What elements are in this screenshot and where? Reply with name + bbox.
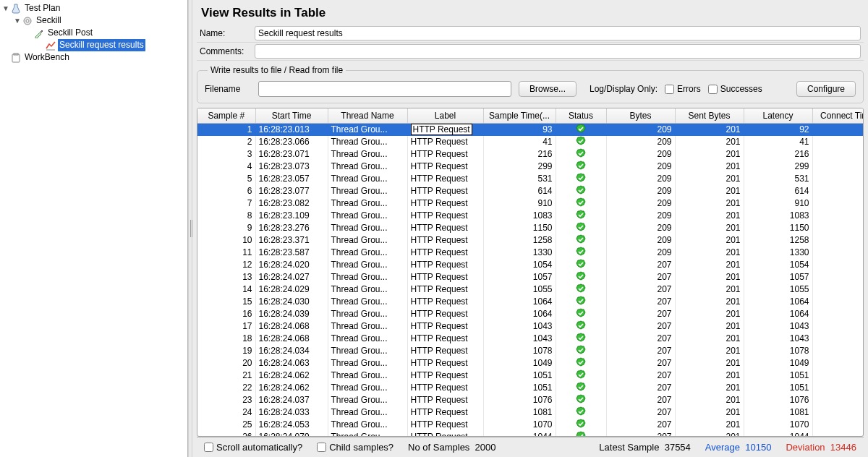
gear-icon (22, 15, 33, 27)
status-ok-icon (576, 197, 586, 208)
results-table-scroll[interactable]: Sample #Start TimeThread NameLabelSample… (197, 108, 863, 436)
table-row[interactable]: 1516:28:24.030Thread Grou...HTTP Request… (197, 296, 863, 308)
deviation-stat: Deviation 13446 (786, 442, 856, 453)
column-header[interactable]: Connect Time(... (812, 108, 863, 123)
tree-label: Test Plan (23, 2, 61, 14)
status-ok-icon (576, 419, 586, 429)
status-ok-icon (576, 431, 586, 437)
status-ok-icon (576, 271, 586, 281)
browse-button[interactable]: Browse... (519, 81, 576, 97)
table-row[interactable]: 2016:28:24.063Thread Grou...HTTP Request… (197, 357, 863, 370)
status-ok-icon (576, 124, 586, 134)
chart-icon (45, 40, 56, 51)
table-row[interactable]: 316:28:23.071Thread Grou...HTTP Request2… (197, 148, 863, 161)
status-footer: Scroll automatically? Child samples? No … (197, 437, 864, 457)
table-row[interactable]: 2416:28:24.033Thread Grou...HTTP Request… (197, 406, 863, 419)
tree-label: Seckill (35, 14, 63, 27)
table-row[interactable]: 616:28:23.077Thread Grou...HTTP Request6… (197, 185, 863, 197)
child-samples-checkbox[interactable]: Child samples? (317, 442, 393, 453)
panel-title: View Results in Table (197, 3, 864, 25)
pipette-icon (33, 27, 45, 39)
tree-label: WorkBench (23, 51, 71, 64)
clipboard-icon (10, 52, 22, 64)
status-ok-icon (576, 394, 586, 404)
table-row[interactable]: 516:28:23.057Thread Grou...HTTP Request5… (197, 173, 863, 185)
name-input[interactable] (255, 26, 861, 40)
table-row[interactable]: 1216:28:24.020Thread Grou...HTTP Request… (197, 259, 863, 271)
status-ok-icon (576, 406, 586, 417)
table-row[interactable]: 1016:28:23.371Thread Grou...HTTP Request… (197, 234, 863, 247)
comments-input[interactable] (255, 44, 861, 59)
status-ok-icon (576, 308, 586, 318)
main-panel: View Results in Table Name: Comments: Wr… (192, 0, 868, 457)
comments-row: Comments: (197, 43, 864, 61)
samples-count: No of Samples 2000 (408, 442, 495, 453)
column-header[interactable]: Start Time (255, 108, 328, 123)
status-ok-icon (576, 234, 586, 244)
table-row[interactable]: 916:28:23.276Thread Grou...HTTP Request1… (197, 222, 863, 234)
name-row: Name: (197, 25, 864, 43)
table-row[interactable]: 1816:28:24.068Thread Grou...HTTP Request… (197, 333, 863, 345)
tree-item-seckill-post[interactable]: Seckill Post (0, 27, 187, 39)
filename-input[interactable] (258, 81, 511, 97)
table-row[interactable]: 1316:28:24.027Thread Grou...HTTP Request… (197, 271, 863, 283)
status-ok-icon (576, 210, 586, 220)
column-header[interactable]: Sample # (197, 108, 255, 123)
tree-item-results[interactable]: Seckill request results (0, 39, 187, 51)
latest-sample: Latest Sample 37554 (599, 442, 691, 453)
configure-button[interactable]: Configure (796, 81, 856, 97)
table-row[interactable]: 2516:28:24.053Thread Grou...HTTP Request… (197, 419, 863, 431)
table-row[interactable]: 1416:28:24.029Thread Grou...HTTP Request… (197, 283, 863, 296)
column-header[interactable]: Sent Bytes (675, 108, 744, 123)
table-row[interactable]: 2116:28:24.062Thread Grou...HTTP Request… (197, 370, 863, 382)
table-row[interactable]: 1916:28:24.034Thread Grou...HTTP Request… (197, 345, 863, 357)
tree-label: Seckill request results (58, 39, 145, 51)
table-row[interactable]: 716:28:23.082Thread Grou...HTTP Request9… (197, 197, 863, 210)
status-ok-icon (576, 382, 586, 392)
status-ok-icon (576, 222, 586, 232)
file-group: Write results to file / Read from file F… (197, 65, 864, 103)
flask-icon (10, 3, 22, 14)
results-table-wrap: Sample #Start TimeThread NameLabelSample… (197, 108, 864, 437)
column-header[interactable]: Latency (744, 108, 812, 123)
table-row[interactable]: 116:28:23.013Thread Grou...HTTP Request9… (197, 123, 863, 136)
status-ok-icon (576, 161, 586, 171)
tree-item-testplan[interactable]: ▼ Test Plan (0, 2, 187, 14)
column-header[interactable]: Sample Time(... (483, 108, 556, 123)
status-ok-icon (576, 247, 586, 257)
table-row[interactable]: 2216:28:24.062Thread Grou...HTTP Request… (197, 382, 863, 394)
disclosure-icon[interactable]: ▼ (13, 14, 22, 27)
splitter-handle[interactable] (188, 0, 192, 457)
table-row[interactable]: 1116:28:23.587Thread Grou...HTTP Request… (197, 247, 863, 259)
successes-checkbox[interactable]: Successes (708, 84, 762, 94)
scroll-auto-checkbox[interactable]: Scroll automatically? (204, 442, 302, 453)
status-ok-icon (576, 333, 586, 343)
status-ok-icon (576, 320, 586, 330)
table-row[interactable]: 1716:28:24.068Thread Grou...HTTP Request… (197, 320, 863, 333)
status-ok-icon (576, 357, 586, 367)
table-row[interactable]: 1616:28:24.039Thread Grou...HTTP Request… (197, 308, 863, 320)
tree-panel: ▼ Test Plan ▼ Seckill Seckill Post Secki… (0, 0, 188, 457)
name-label: Name: (200, 28, 250, 38)
svg-rect-3 (14, 54, 18, 55)
column-header[interactable]: Thread Name (328, 108, 407, 123)
column-header[interactable]: Status (556, 108, 606, 123)
status-ok-icon (576, 283, 586, 294)
status-ok-icon (576, 259, 586, 269)
comments-label: Comments: (200, 46, 250, 56)
results-table: Sample #Start TimeThread NameLabelSample… (197, 108, 863, 436)
table-row[interactable]: 216:28:23.066Thread Grou...HTTP Request4… (197, 136, 863, 148)
errors-checkbox[interactable]: Errors (665, 84, 701, 94)
logdisplay-label: Log/Display Only: (590, 84, 658, 94)
tree-label: Seckill Post (46, 27, 94, 39)
table-row[interactable]: 2316:28:24.037Thread Grou...HTTP Request… (197, 394, 863, 406)
table-row[interactable]: 2616:28:24.079Thread Grou...HTTP Request… (197, 431, 863, 437)
tree-item-workbench[interactable]: WorkBench (0, 51, 187, 64)
status-ok-icon (576, 370, 586, 380)
table-row[interactable]: 416:28:23.073Thread Grou...HTTP Request2… (197, 161, 863, 173)
tree-item-seckill[interactable]: ▼ Seckill (0, 14, 187, 27)
column-header[interactable]: Bytes (606, 108, 675, 123)
disclosure-icon[interactable]: ▼ (1, 2, 10, 14)
table-row[interactable]: 816:28:23.109Thread Grou...HTTP Request1… (197, 210, 863, 222)
column-header[interactable]: Label (407, 108, 483, 123)
